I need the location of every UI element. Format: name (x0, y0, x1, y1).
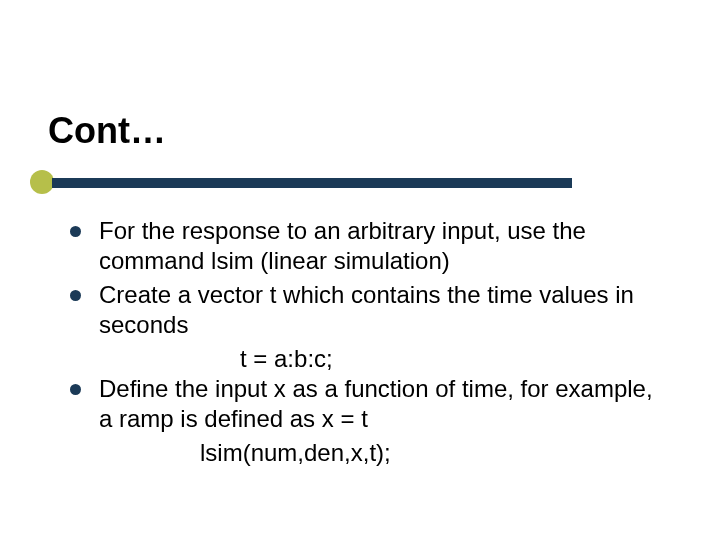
underline-bar (52, 178, 572, 188)
list-item: Create a vector t which contains the tim… (70, 280, 660, 340)
accent-circle-icon (30, 170, 54, 194)
bullet-icon (70, 384, 81, 395)
bullet-icon (70, 226, 81, 237)
bullet-text: Define the input x as a function of time… (99, 374, 660, 434)
list-item: Define the input x as a function of time… (70, 374, 660, 434)
title-underline (30, 168, 572, 198)
code-line: lsim(num,den,x,t); (70, 438, 660, 468)
bullet-icon (70, 290, 81, 301)
list-item: For the response to an arbitrary input, … (70, 216, 660, 276)
slide: Cont… For the response to an arbitrary i… (0, 0, 720, 540)
code-line: t = a:b:c; (70, 344, 660, 374)
bullet-text: Create a vector t which contains the tim… (99, 280, 660, 340)
slide-title: Cont… (48, 110, 166, 152)
body-area: For the response to an arbitrary input, … (70, 216, 660, 468)
bullet-text: For the response to an arbitrary input, … (99, 216, 660, 276)
title-area: Cont… (48, 110, 166, 152)
